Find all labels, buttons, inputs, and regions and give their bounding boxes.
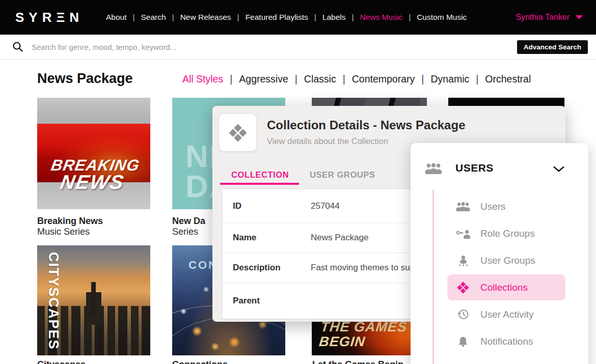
nav-item-custom-music[interactable]: Custom Music bbox=[416, 11, 468, 24]
nav-item-search[interactable]: Search bbox=[140, 11, 167, 24]
users-icon bbox=[454, 202, 472, 211]
user-name: Synthia Tanker bbox=[516, 13, 570, 22]
menu-item-user-activity[interactable]: User Activity bbox=[411, 301, 588, 328]
style-filter-bar: All Styles | Aggressive | Classic | Cont… bbox=[182, 73, 531, 85]
app-root: BREAKING NEWS Breaking News Music Series… bbox=[0, 0, 596, 364]
nav-item-news-music[interactable]: News Music bbox=[359, 11, 404, 24]
nav-item-about[interactable]: About bbox=[105, 11, 128, 24]
filter-contemporary[interactable]: Contemporary bbox=[352, 73, 415, 85]
field-label: Description bbox=[233, 263, 311, 273]
nav-item-labels[interactable]: Labels bbox=[321, 11, 347, 24]
field-label: Name bbox=[233, 233, 311, 243]
users-submenu: Users Role Groups bbox=[411, 193, 588, 355]
chevron-down-icon[interactable] bbox=[553, 165, 565, 174]
users-icon bbox=[424, 162, 443, 176]
cover-caption-new-day: New Da Series bbox=[172, 216, 205, 237]
nav-item-new-releases[interactable]: New Releases bbox=[179, 11, 232, 24]
cover-art-text: THE GAMES bbox=[320, 320, 408, 334]
bell-icon bbox=[454, 336, 472, 347]
field-label: ID bbox=[233, 201, 311, 211]
cover-art-text: BEGIN bbox=[318, 334, 407, 349]
collections-icon bbox=[229, 124, 247, 142]
menu-item-collections[interactable]: Collections bbox=[411, 274, 588, 301]
cover-art-text: NEWS bbox=[37, 173, 150, 191]
cover-cityscapes[interactable]: CITYSCAPES bbox=[37, 245, 150, 355]
role-groups-icon bbox=[454, 229, 472, 239]
filter-classic[interactable]: Classic bbox=[304, 73, 336, 85]
top-navigation-bar: SYRΞN About | Search | New Releases | Fe… bbox=[0, 0, 596, 35]
cover-art-text: CITYSCAPES bbox=[45, 252, 61, 350]
page-title: News Package bbox=[37, 71, 133, 87]
filter-aggressive[interactable]: Aggressive bbox=[239, 73, 288, 85]
menu-item-notifications[interactable]: Notifications bbox=[411, 328, 588, 355]
search-bar: Advanced Search bbox=[0, 35, 596, 60]
users-panel-title: USERS bbox=[455, 162, 494, 174]
main-nav: About | Search | New Releases | Featured… bbox=[105, 11, 468, 24]
filter-orchestral[interactable]: Orchestral bbox=[485, 73, 531, 85]
menu-item-role-groups[interactable]: Role Groups bbox=[411, 220, 588, 247]
cover-breaking-news[interactable]: BREAKING NEWS bbox=[37, 98, 150, 209]
filter-all-styles[interactable]: All Styles bbox=[182, 73, 223, 85]
collections-icon bbox=[454, 282, 472, 294]
search-icon[interactable] bbox=[12, 41, 23, 52]
menu-item-user-groups[interactable]: User Groups bbox=[411, 247, 588, 274]
cover-caption-breaking-news: Breaking News Music Series bbox=[37, 216, 103, 237]
user-account-menu[interactable]: Synthia Tanker bbox=[516, 13, 583, 22]
tab-user-groups[interactable]: USER GROUPS bbox=[310, 170, 375, 180]
modal-title: Collection Details - News Package bbox=[267, 118, 465, 132]
active-tab-underline bbox=[220, 183, 299, 185]
breaking-news-band: BREAKING NEWS bbox=[37, 124, 150, 182]
syren-logo[interactable]: SYRΞN bbox=[15, 10, 84, 25]
collection-modal-icon-card bbox=[219, 114, 256, 151]
filter-dynamic[interactable]: Dynamic bbox=[430, 73, 469, 85]
field-label: Parent bbox=[233, 296, 311, 306]
user-groups-icon bbox=[454, 255, 472, 266]
users-panel-header[interactable]: USERS bbox=[411, 143, 588, 190]
cover-caption-connections: Connections bbox=[172, 359, 228, 364]
menu-item-users[interactable]: Users bbox=[411, 193, 588, 220]
advanced-search-button[interactable]: Advanced Search bbox=[517, 40, 588, 54]
history-icon bbox=[454, 309, 472, 320]
users-dropdown-panel: USERS Users bbox=[411, 143, 588, 364]
caret-down-icon bbox=[576, 15, 583, 19]
cover-caption-cityscapes: Cityscapes bbox=[37, 359, 86, 364]
modal-subtitle: View details about the Collection bbox=[267, 136, 388, 146]
nav-item-featured-playlists[interactable]: Featured Playlists bbox=[245, 11, 309, 24]
cover-caption-games-begin: Let the Games Begin bbox=[312, 359, 403, 364]
search-input[interactable] bbox=[32, 43, 517, 51]
tab-collection[interactable]: COLLECTION bbox=[231, 170, 289, 180]
